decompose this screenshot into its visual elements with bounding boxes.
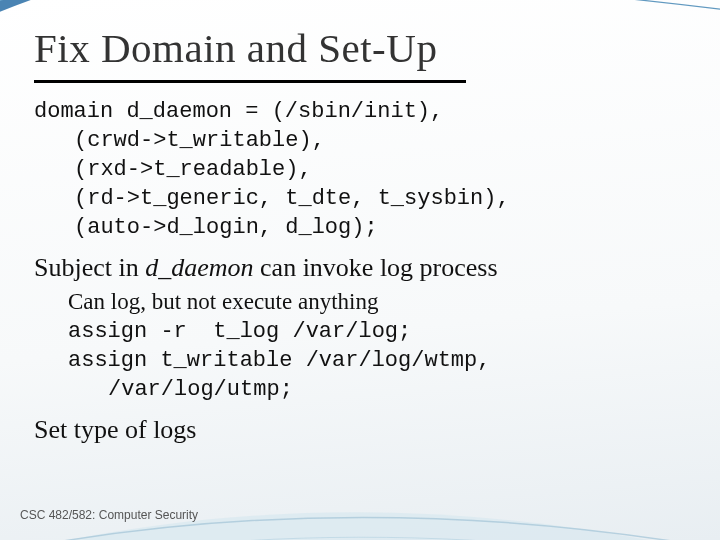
code-block-main: domain d_daemon = (/sbin/init), (crwd->t… — [34, 97, 686, 242]
title-underline — [34, 80, 466, 83]
code-line: assign t_writable /var/log/wtmp, — [68, 348, 490, 373]
can-log-line: Can log, but not execute anything — [68, 289, 686, 315]
code-line: domain d_daemon = (/sbin/init), — [34, 99, 443, 124]
code-line: assign -r t_log /var/log; — [68, 319, 411, 344]
content-area: Fix Domain and Set-Up domain d_daemon = … — [0, 0, 720, 456]
slide-title: Fix Domain and Set-Up — [34, 24, 686, 72]
set-type-line: Set type of logs — [34, 414, 686, 447]
subject-suffix: can invoke log process — [254, 253, 498, 282]
subject-prefix: Subject in — [34, 253, 145, 282]
code-line: /var/log/utmp; — [108, 375, 686, 404]
footer-text: CSC 482/582: Computer Security — [20, 508, 198, 522]
slide: Fix Domain and Set-Up domain d_daemon = … — [0, 0, 720, 540]
code-line: (rxd->t_readable), — [74, 155, 686, 184]
subject-italic: d_daemon — [145, 253, 253, 282]
code-line: (rd->t_generic, t_dte, t_sysbin), — [74, 184, 686, 213]
subject-line: Subject in d_daemon can invoke log proce… — [34, 252, 686, 285]
code-line: (crwd->t_writable), — [74, 126, 686, 155]
code-line: (auto->d_login, d_log); — [74, 213, 686, 242]
code-block-assign: assign -r t_log /var/log; assign t_writa… — [68, 317, 686, 404]
